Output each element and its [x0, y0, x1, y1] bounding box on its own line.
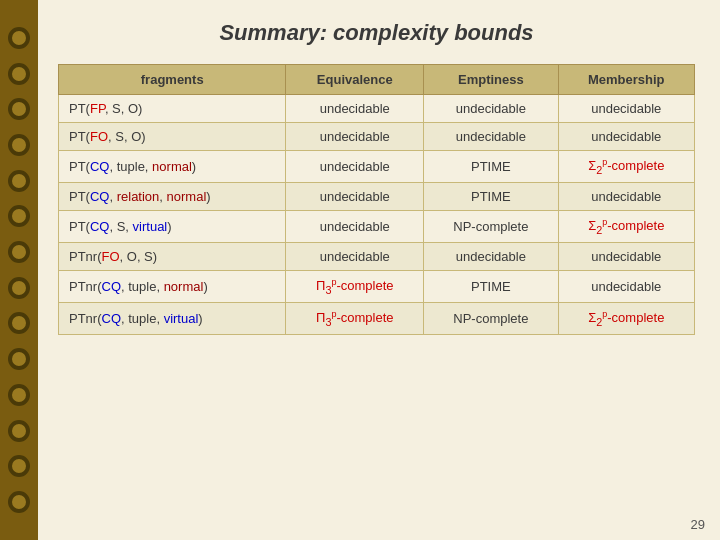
cell-membership: undecidable	[558, 95, 694, 123]
cell-fragment: PT(FO, S, O)	[59, 123, 286, 151]
cell-equivalence: undecidable	[286, 151, 424, 183]
cell-equivalence: undecidable	[286, 210, 424, 242]
spiral-ring	[8, 170, 30, 192]
cell-membership: Σ2p-complete	[558, 302, 694, 334]
cell-emptiness: undecidable	[424, 95, 558, 123]
cell-equivalence: Π3p-complete	[286, 302, 424, 334]
col-header-membership: Membership	[558, 65, 694, 95]
cell-emptiness: PTIME	[424, 270, 558, 302]
spiral-ring	[8, 491, 30, 513]
cell-fragment: PTnr(CQ, tuple, virtual)	[59, 302, 286, 334]
spiral-ring	[8, 98, 30, 120]
table-row: PT(CQ, S, virtual)undecidableNP-complete…	[59, 210, 695, 242]
cell-emptiness: undecidable	[424, 123, 558, 151]
col-header-emptiness: Emptiness	[424, 65, 558, 95]
table-row: PT(CQ, relation, normal)undecidablePTIME…	[59, 182, 695, 210]
cell-fragment: PTnr(CQ, tuple, normal)	[59, 270, 286, 302]
cell-emptiness: PTIME	[424, 151, 558, 183]
spiral-ring	[8, 348, 30, 370]
cell-membership: undecidable	[558, 270, 694, 302]
spiral-ring	[8, 312, 30, 334]
cell-fragment: PT(CQ, relation, normal)	[59, 182, 286, 210]
cell-equivalence: undecidable	[286, 95, 424, 123]
spiral-ring	[8, 420, 30, 442]
col-header-fragments: fragments	[59, 65, 286, 95]
cell-emptiness: NP-complete	[424, 210, 558, 242]
spiral-ring	[8, 63, 30, 85]
page-number: 29	[691, 517, 705, 532]
spiral-ring	[8, 241, 30, 263]
spiral-ring	[8, 205, 30, 227]
cell-fragment: PTnr(FO, O, S)	[59, 242, 286, 270]
spiral-ring	[8, 455, 30, 477]
cell-fragment: PT(FP, S, O)	[59, 95, 286, 123]
table-header-row: fragments Equivalence Emptiness Membersh…	[59, 65, 695, 95]
spiral-binding	[0, 0, 38, 540]
cell-membership: undecidable	[558, 182, 694, 210]
cell-fragment: PT(CQ, tuple, normal)	[59, 151, 286, 183]
cell-membership: Σ2p-complete	[558, 151, 694, 183]
table-row: PTnr(CQ, tuple, normal)Π3p-completePTIME…	[59, 270, 695, 302]
complexity-table: fragments Equivalence Emptiness Membersh…	[58, 64, 695, 335]
cell-equivalence: undecidable	[286, 123, 424, 151]
cell-membership: undecidable	[558, 123, 694, 151]
cell-fragment: PT(CQ, S, virtual)	[59, 210, 286, 242]
spiral-ring	[8, 384, 30, 406]
table-row: PTnr(CQ, tuple, virtual)Π3p-completeNP-c…	[59, 302, 695, 334]
cell-emptiness: undecidable	[424, 242, 558, 270]
table-row: PT(CQ, tuple, normal)undecidablePTIMEΣ2p…	[59, 151, 695, 183]
cell-equivalence: Π3p-complete	[286, 270, 424, 302]
table-row: PT(FO, S, O)undecidableundecidableundeci…	[59, 123, 695, 151]
cell-equivalence: undecidable	[286, 182, 424, 210]
cell-emptiness: NP-complete	[424, 302, 558, 334]
page-title: Summary: complexity bounds	[58, 20, 695, 46]
cell-equivalence: undecidable	[286, 242, 424, 270]
cell-emptiness: PTIME	[424, 182, 558, 210]
table-row: PTnr(FO, O, S)undecidableundecidableunde…	[59, 242, 695, 270]
spiral-ring	[8, 134, 30, 156]
spiral-ring	[8, 277, 30, 299]
table-row: PT(FP, S, O)undecidableundecidableundeci…	[59, 95, 695, 123]
paper-content: Summary: complexity bounds fragments Equ…	[38, 0, 720, 540]
cell-membership: Σ2p-complete	[558, 210, 694, 242]
spiral-ring	[8, 27, 30, 49]
col-header-equivalence: Equivalence	[286, 65, 424, 95]
cell-membership: undecidable	[558, 242, 694, 270]
